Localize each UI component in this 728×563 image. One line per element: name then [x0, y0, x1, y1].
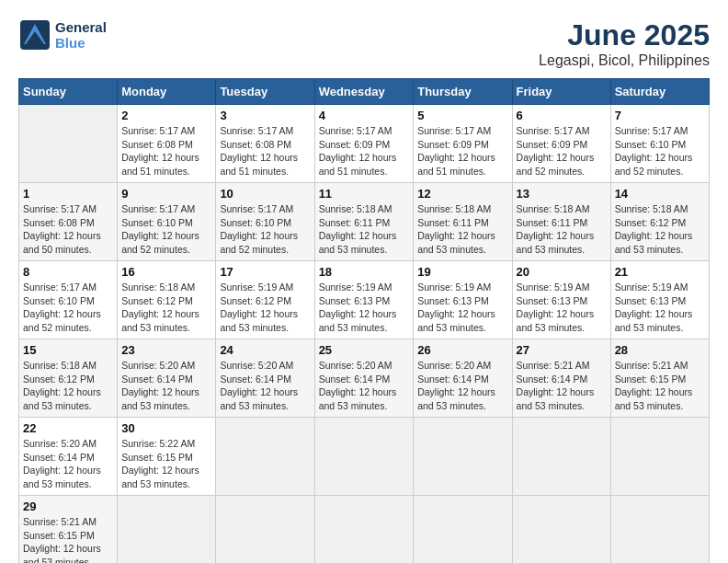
day-info: Sunrise: 5:19 AM Sunset: 6:13 PM Dayligh…	[417, 281, 507, 335]
day-number: 15	[23, 343, 113, 357]
page-header: General Blue June 2025 Legaspi, Bicol, P…	[18, 18, 710, 69]
table-row: 14Sunrise: 5:18 AM Sunset: 6:12 PM Dayli…	[610, 183, 709, 261]
table-row: 16Sunrise: 5:18 AM Sunset: 6:12 PM Dayli…	[118, 261, 216, 339]
table-row	[19, 105, 118, 183]
table-row: 2Sunrise: 5:17 AM Sunset: 6:08 PM Daylig…	[118, 105, 216, 183]
table-row	[414, 418, 512, 496]
col-tuesday: Tuesday	[216, 79, 314, 105]
day-info: Sunrise: 5:19 AM Sunset: 6:12 PM Dayligh…	[220, 281, 310, 335]
logo-icon	[18, 18, 51, 52]
table-row: 23Sunrise: 5:20 AM Sunset: 6:14 PM Dayli…	[118, 339, 216, 418]
day-info: Sunrise: 5:18 AM Sunset: 6:11 PM Dayligh…	[417, 202, 507, 257]
calendar-table: Sunday Monday Tuesday Wednesday Thursday…	[18, 78, 710, 563]
day-number: 30	[121, 421, 211, 435]
day-number: 21	[615, 265, 705, 279]
table-row	[118, 496, 216, 564]
logo: General Blue	[18, 18, 107, 52]
logo-line2: Blue	[55, 35, 107, 51]
table-row: 3Sunrise: 5:17 AM Sunset: 6:08 PM Daylig…	[216, 105, 314, 183]
table-row: 5Sunrise: 5:17 AM Sunset: 6:09 PM Daylig…	[414, 105, 512, 183]
day-info: Sunrise: 5:18 AM Sunset: 6:12 PM Dayligh…	[121, 281, 211, 335]
calendar-week-row: 8Sunrise: 5:17 AM Sunset: 6:10 PM Daylig…	[19, 261, 710, 339]
day-info: Sunrise: 5:19 AM Sunset: 6:13 PM Dayligh…	[319, 281, 410, 335]
day-number: 26	[417, 343, 507, 357]
table-row	[414, 496, 512, 564]
table-row	[512, 418, 610, 496]
day-info: Sunrise: 5:17 AM Sunset: 6:10 PM Dayligh…	[121, 202, 211, 257]
table-row: 24Sunrise: 5:20 AM Sunset: 6:14 PM Dayli…	[216, 339, 314, 418]
day-info: Sunrise: 5:18 AM Sunset: 6:11 PM Dayligh…	[517, 202, 607, 257]
day-number: 11	[319, 187, 410, 201]
table-row: 11Sunrise: 5:18 AM Sunset: 6:11 PM Dayli…	[314, 183, 414, 261]
day-number: 13	[517, 187, 607, 201]
day-number: 1	[23, 187, 113, 201]
table-row: 17Sunrise: 5:19 AM Sunset: 6:12 PM Dayli…	[216, 261, 314, 339]
calendar-week-row: 29Sunrise: 5:21 AM Sunset: 6:15 PM Dayli…	[19, 496, 710, 564]
table-row: 9Sunrise: 5:17 AM Sunset: 6:10 PM Daylig…	[118, 183, 216, 261]
col-thursday: Thursday	[414, 79, 512, 105]
day-number: 22	[23, 421, 113, 435]
table-row	[216, 496, 314, 564]
day-number: 25	[319, 343, 410, 357]
location: Legaspi, Bicol, Philippines	[539, 52, 710, 69]
col-sunday: Sunday	[19, 79, 118, 105]
col-monday: Monday	[118, 79, 216, 105]
table-row: 26Sunrise: 5:20 AM Sunset: 6:14 PM Dayli…	[414, 339, 512, 418]
day-info: Sunrise: 5:17 AM Sunset: 6:10 PM Dayligh…	[23, 281, 113, 335]
table-row: 8Sunrise: 5:17 AM Sunset: 6:10 PM Daylig…	[19, 261, 118, 339]
day-info: Sunrise: 5:17 AM Sunset: 6:09 PM Dayligh…	[417, 124, 507, 178]
day-info: Sunrise: 5:18 AM Sunset: 6:12 PM Dayligh…	[615, 202, 705, 257]
table-row	[610, 418, 709, 496]
table-row: 30Sunrise: 5:22 AM Sunset: 6:15 PM Dayli…	[118, 418, 216, 496]
day-number: 27	[517, 343, 607, 357]
day-number: 6	[517, 109, 607, 122]
day-number: 23	[121, 343, 211, 357]
col-wednesday: Wednesday	[314, 79, 414, 105]
table-row: 25Sunrise: 5:20 AM Sunset: 6:14 PM Dayli…	[314, 339, 414, 418]
table-row: 20Sunrise: 5:19 AM Sunset: 6:13 PM Dayli…	[512, 261, 610, 339]
calendar-week-row: 15Sunrise: 5:18 AM Sunset: 6:12 PM Dayli…	[19, 339, 710, 418]
day-number: 19	[417, 265, 507, 279]
table-row: 6Sunrise: 5:17 AM Sunset: 6:09 PM Daylig…	[512, 105, 610, 183]
table-row: 22Sunrise: 5:20 AM Sunset: 6:14 PM Dayli…	[19, 418, 118, 496]
day-info: Sunrise: 5:18 AM Sunset: 6:11 PM Dayligh…	[319, 202, 410, 257]
day-number: 4	[319, 109, 410, 122]
day-info: Sunrise: 5:21 AM Sunset: 6:14 PM Dayligh…	[517, 359, 607, 413]
table-row: 10Sunrise: 5:17 AM Sunset: 6:10 PM Dayli…	[216, 183, 314, 261]
day-info: Sunrise: 5:20 AM Sunset: 6:14 PM Dayligh…	[220, 359, 310, 413]
day-number: 17	[220, 265, 310, 279]
col-friday: Friday	[512, 79, 610, 105]
day-info: Sunrise: 5:19 AM Sunset: 6:13 PM Dayligh…	[517, 281, 607, 335]
table-row	[610, 496, 709, 564]
table-row: 4Sunrise: 5:17 AM Sunset: 6:09 PM Daylig…	[314, 105, 414, 183]
day-info: Sunrise: 5:17 AM Sunset: 6:10 PM Dayligh…	[220, 202, 310, 257]
day-info: Sunrise: 5:20 AM Sunset: 6:14 PM Dayligh…	[121, 359, 211, 413]
table-row	[216, 418, 314, 496]
day-number: 14	[615, 187, 705, 201]
table-row: 29Sunrise: 5:21 AM Sunset: 6:15 PM Dayli…	[19, 496, 118, 564]
day-info: Sunrise: 5:18 AM Sunset: 6:12 PM Dayligh…	[23, 359, 113, 413]
day-info: Sunrise: 5:17 AM Sunset: 6:08 PM Dayligh…	[121, 124, 211, 178]
day-number: 28	[615, 343, 705, 357]
day-info: Sunrise: 5:20 AM Sunset: 6:14 PM Dayligh…	[23, 437, 113, 491]
calendar-week-row: 2Sunrise: 5:17 AM Sunset: 6:08 PM Daylig…	[19, 105, 710, 183]
day-number: 29	[23, 500, 113, 513]
table-row: 19Sunrise: 5:19 AM Sunset: 6:13 PM Dayli…	[414, 261, 512, 339]
day-info: Sunrise: 5:17 AM Sunset: 6:08 PM Dayligh…	[220, 124, 310, 178]
logo-line1: General	[55, 19, 107, 35]
day-number: 10	[220, 187, 310, 201]
table-row: 21Sunrise: 5:19 AM Sunset: 6:13 PM Dayli…	[610, 261, 709, 339]
day-info: Sunrise: 5:17 AM Sunset: 6:10 PM Dayligh…	[615, 124, 705, 178]
table-row	[512, 496, 610, 564]
month-title: June 2025	[539, 18, 710, 52]
day-number: 9	[121, 187, 211, 201]
day-number: 24	[220, 343, 310, 357]
table-row: 13Sunrise: 5:18 AM Sunset: 6:11 PM Dayli…	[512, 183, 610, 261]
day-info: Sunrise: 5:20 AM Sunset: 6:14 PM Dayligh…	[417, 359, 507, 413]
table-row	[314, 496, 414, 564]
day-number: 12	[417, 187, 507, 201]
calendar-week-row: 1Sunrise: 5:17 AM Sunset: 6:08 PM Daylig…	[19, 183, 710, 261]
table-row: 18Sunrise: 5:19 AM Sunset: 6:13 PM Dayli…	[314, 261, 414, 339]
day-number: 16	[121, 265, 211, 279]
table-row: 12Sunrise: 5:18 AM Sunset: 6:11 PM Dayli…	[414, 183, 512, 261]
